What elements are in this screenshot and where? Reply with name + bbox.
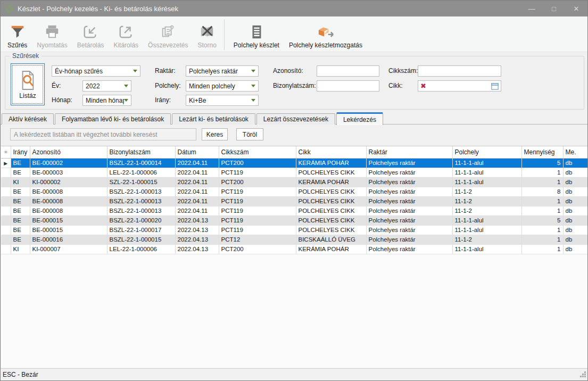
- tab-folyamatban-levo[interactable]: Folyamatban lévő ki- és betárolások: [55, 113, 171, 125]
- tab-strip: Aktív kérések Folyamatban lévő ki- és be…: [2, 112, 586, 125]
- honap-label: Hónap:: [52, 96, 72, 104]
- close-button[interactable]: ✕: [565, 1, 587, 16]
- filter-button-label: Szűrés: [7, 42, 27, 49]
- chevron-down-icon: [251, 99, 255, 102]
- shelf-stock-move-button-label: Polchely készletmozgatás: [289, 42, 362, 49]
- azonosito-input[interactable]: [317, 65, 379, 77]
- chevron-down-icon: [133, 70, 137, 72]
- print-button-label: Nyomtatás: [37, 42, 67, 49]
- chevron-down-icon: [124, 85, 128, 87]
- print-button: Nyomtatás: [32, 18, 72, 50]
- window-title: Készlet - Polchely kezelés - Ki- és betá…: [18, 5, 178, 13]
- search-input[interactable]: [10, 128, 196, 140]
- ev-combo[interactable]: 2022: [82, 80, 131, 92]
- bizonylatszam-label: Bizonylatszám:: [273, 82, 316, 89]
- column-header-polchely[interactable]: Polchely: [452, 146, 521, 158]
- ev-label: Év:: [52, 82, 61, 89]
- tab-aktiv-keresek[interactable]: Aktív kérések: [2, 113, 54, 125]
- data-grid: ✳ Irány Azonosító Bizonylatszám Dátum Ci…: [1, 146, 588, 368]
- titlebar: Készlet - Polchely kezelés - Ki- és betá…: [1, 1, 587, 16]
- app-icon: [5, 5, 13, 13]
- search-button[interactable]: Keres: [202, 128, 228, 140]
- maximize-button[interactable]: □: [543, 1, 565, 16]
- clear-search-button[interactable]: Töröl: [236, 128, 263, 140]
- table-row[interactable]: BEBE-000003 LEL-22-1-0000062022.04.11 PC…: [1, 168, 588, 177]
- list-button-label: Listáz: [19, 92, 36, 100]
- documents-paperclip-icon: [160, 22, 176, 42]
- column-header-me[interactable]: Me.: [563, 146, 588, 158]
- azonosito-label: Azonosító:: [273, 67, 303, 74]
- calendar-picker-icon[interactable]: [491, 82, 499, 90]
- polchely-combo[interactable]: Minden polchely: [186, 80, 259, 92]
- period-filter-combo[interactable]: Év-hónap szűrés: [52, 65, 140, 77]
- shelf-stock-move-button[interactable]: Polchely készletmozgatás: [284, 18, 367, 50]
- cikk-lookup-field[interactable]: ✖: [418, 80, 501, 92]
- printer-icon: [44, 22, 60, 42]
- irany-label: Irány:: [155, 96, 171, 104]
- column-header-cikk[interactable]: Cikk: [296, 146, 366, 158]
- storno-button: Storno: [193, 18, 221, 50]
- stock-list-icon: [249, 22, 264, 42]
- cikkszam-input[interactable]: [418, 65, 501, 77]
- chevron-down-icon: [251, 85, 255, 87]
- raktar-combo[interactable]: Polchelyes raktár: [186, 65, 259, 77]
- table-row[interactable]: KIKI-000007 LEL-22-1-0000062022.04.13 PC…: [1, 244, 588, 254]
- app-window: Készlet - Polchely kezelés - Ki- és betá…: [0, 0, 588, 381]
- tab-lezart-ki-es-betarolasok[interactable]: Lezárt ki- és betárolások: [172, 113, 255, 125]
- column-header-mennyiseg[interactable]: Mennyiség: [521, 146, 563, 158]
- box-arrow-out-icon: [118, 22, 134, 42]
- box-arrow-in-icon: [82, 22, 98, 42]
- selected-row-arrow-icon: ▶: [4, 161, 7, 166]
- resize-grip[interactable]: [579, 371, 586, 379]
- table-row[interactable]: BEBE-000008 BSZL-22-1-0000132022.04.11 P…: [1, 187, 588, 196]
- chevron-down-icon: [124, 99, 128, 102]
- column-header-azonosito[interactable]: Azonosító: [30, 146, 107, 158]
- table-row[interactable]: BEBE-000016 BSZL-22-1-0000152022.04.13 P…: [1, 235, 588, 244]
- grid-header-row: ✳ Irány Azonosító Bizonylatszám Dátum Ci…: [1, 146, 588, 158]
- table-row[interactable]: BEBE-000008 BSZL-22-1-0000132022.04.11 P…: [1, 206, 588, 216]
- box-move-icon: [316, 22, 335, 42]
- shelf-stock-button[interactable]: Polchely készlet: [229, 18, 284, 50]
- clear-cross-icon[interactable]: ✖: [420, 82, 426, 89]
- shelf-stock-button-label: Polchely készlet: [234, 42, 279, 49]
- merge-button-label: Összevezetés: [148, 42, 188, 49]
- storno-button-label: Storno: [197, 42, 216, 49]
- document-magnifier-icon: [19, 70, 36, 91]
- table-row[interactable]: BEBE-000015 BSZL-22-1-0000202022.04.13 P…: [1, 216, 588, 225]
- store-out-button-label: Kitárolás: [113, 42, 138, 49]
- filters-group-label: Szűrések: [10, 52, 42, 60]
- table-row[interactable]: ▶ BEBE-000002 BSZL-22-1-0000142022.04.11…: [1, 158, 588, 168]
- column-header-cikkszam[interactable]: Cikkszám: [219, 146, 296, 158]
- column-header-datum[interactable]: Dátum: [175, 146, 219, 158]
- toolbar-separator: [224, 19, 225, 50]
- filter-button[interactable]: Szűrés: [3, 18, 32, 50]
- tab-lezart-osszevezetesek[interactable]: Lezárt összevezetések: [256, 113, 335, 125]
- toolbar: Szűrés Nyomtatás Betárolás Kitárolás Öss…: [1, 16, 587, 52]
- irany-combo[interactable]: Ki+Be: [186, 95, 259, 106]
- table-row[interactable]: BEBE-000015 BSZL-22-1-0000172022.04.13 P…: [1, 225, 588, 235]
- column-header-bizonylatszam[interactable]: Bizonylatszám: [107, 146, 175, 158]
- minimize-button[interactable]: —: [520, 1, 543, 16]
- raktar-label: Raktár:: [155, 67, 176, 74]
- cikkszam-label: Cikkszám:: [388, 67, 418, 74]
- column-header-raktar[interactable]: Raktár: [366, 146, 452, 158]
- status-text: ESC - Bezár: [3, 371, 38, 378]
- cikk-label: Cikk:: [388, 82, 403, 89]
- status-bar: ESC - Bezár: [1, 368, 587, 380]
- store-in-button-label: Betárolás: [77, 42, 104, 49]
- chevron-down-icon: [251, 70, 255, 72]
- merge-button: Összevezetés: [143, 18, 193, 50]
- honap-combo[interactable]: Minden hónap: [82, 95, 131, 106]
- bizonylatszam-input[interactable]: [317, 80, 379, 92]
- row-indicator-header: ✳: [1, 146, 11, 158]
- store-in-button: Betárolás: [72, 18, 109, 50]
- filters-groupbox: Szűrések Listáz Év-hónap szűrés Raktár: …: [5, 56, 584, 110]
- tab-lekerdezes[interactable]: Lekérdezés: [336, 112, 383, 125]
- table-row[interactable]: KIKI-000002 SZL-22-1-0000152022.04.11 PC…: [1, 177, 588, 187]
- store-out-button: Kitárolás: [109, 18, 143, 50]
- list-button[interactable]: Listáz: [11, 63, 45, 105]
- column-header-irany[interactable]: Irány: [11, 146, 30, 158]
- book-cross-icon: [199, 22, 215, 42]
- table-row[interactable]: BEBE-000008 BSZL-22-1-0000132022.04.11 P…: [1, 196, 588, 206]
- filter-funnel-icon: [10, 22, 26, 42]
